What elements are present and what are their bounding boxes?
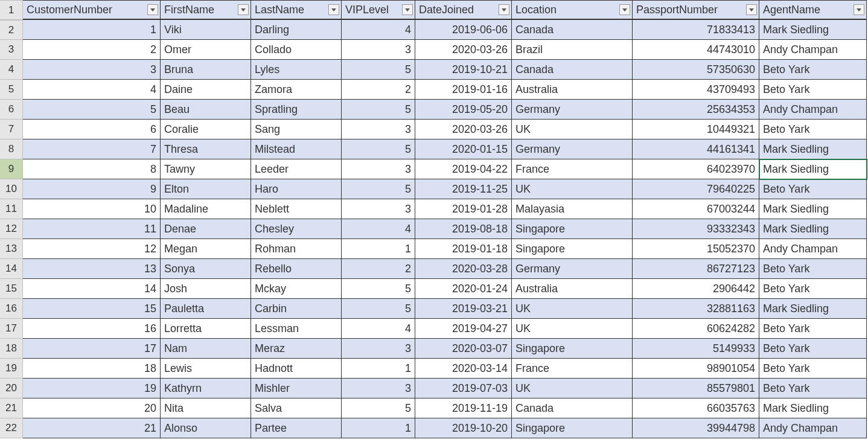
cell-agent-name[interactable]: Mark Siedling — [759, 20, 867, 40]
cell-agent-name[interactable]: Mark Siedling — [759, 398, 867, 418]
row-number[interactable]: 18 — [0, 339, 23, 359]
cell-passport-number[interactable]: 44743010 — [633, 40, 759, 60]
row-number[interactable]: 11 — [0, 199, 23, 219]
row-number[interactable]: 12 — [0, 219, 23, 239]
row-number[interactable]: 19 — [0, 359, 23, 379]
cell-customer-number[interactable]: 5 — [23, 100, 161, 120]
cell-first-name[interactable]: Beau — [161, 100, 251, 120]
filter-dropdown-icon[interactable] — [854, 4, 864, 15]
cell-passport-number[interactable]: 39944798 — [633, 418, 759, 438]
cell-vip-level[interactable]: 1 — [342, 359, 415, 379]
cell-last-name[interactable]: Lessman — [251, 319, 342, 339]
cell-first-name[interactable]: Elton — [161, 179, 251, 199]
cell-location[interactable]: France — [512, 359, 633, 379]
filter-dropdown-icon[interactable] — [238, 4, 249, 15]
cell-first-name[interactable]: Lewis — [161, 359, 251, 379]
row-number[interactable]: 2 — [0, 20, 23, 40]
cell-last-name[interactable]: Mckay — [251, 279, 342, 299]
cell-agent-name[interactable]: Mark Siedling — [759, 199, 867, 219]
cell-date-joined[interactable]: 2020-03-26 — [415, 40, 512, 60]
row-number[interactable]: 21 — [0, 398, 23, 418]
cell-vip-level[interactable]: 3 — [342, 199, 415, 219]
cell-agent-name[interactable]: Beto Yark — [759, 80, 867, 100]
cell-customer-number[interactable]: 6 — [23, 120, 161, 139]
header-date-joined[interactable]: DateJoined — [415, 0, 512, 20]
cell-date-joined[interactable]: 2020-03-26 — [415, 120, 512, 139]
row-number[interactable]: 17 — [0, 319, 23, 339]
cell-agent-name[interactable]: Beto Yark — [759, 179, 867, 199]
cell-vip-level[interactable]: 5 — [342, 179, 415, 199]
cell-location[interactable]: UK — [512, 299, 633, 319]
cell-location[interactable]: Australia — [512, 279, 633, 299]
cell-last-name[interactable]: Meraz — [251, 339, 342, 359]
cell-customer-number[interactable]: 20 — [23, 398, 161, 418]
cell-date-joined[interactable]: 2019-04-22 — [415, 159, 512, 179]
cell-date-joined[interactable]: 2020-01-24 — [415, 279, 512, 299]
cell-agent-name[interactable]: Beto Yark — [759, 120, 867, 139]
header-first-name[interactable]: FirstName — [161, 0, 251, 20]
cell-location[interactable]: Singapore — [512, 239, 633, 259]
cell-passport-number[interactable]: 86727123 — [633, 259, 759, 279]
cell-customer-number[interactable]: 1 — [23, 20, 161, 40]
filter-dropdown-icon[interactable] — [402, 4, 413, 15]
cell-customer-number[interactable]: 9 — [23, 179, 161, 199]
cell-last-name[interactable]: Chesley — [251, 219, 342, 239]
cell-vip-level[interactable]: 2 — [342, 259, 415, 279]
cell-agent-name[interactable]: Mark Siedling — [759, 139, 867, 159]
row-number[interactable]: 16 — [0, 299, 23, 319]
cell-customer-number[interactable]: 2 — [23, 40, 161, 60]
cell-location[interactable]: Singapore — [512, 418, 633, 438]
cell-last-name[interactable]: Rohman — [251, 239, 342, 259]
cell-agent-name[interactable]: Beto Yark — [759, 379, 867, 398]
row-number[interactable]: 8 — [0, 139, 23, 159]
cell-passport-number[interactable]: 71833413 — [633, 20, 759, 40]
filter-dropdown-icon[interactable] — [147, 4, 158, 15]
row-number[interactable]: 9 — [0, 159, 23, 179]
cell-customer-number[interactable]: 12 — [23, 239, 161, 259]
cell-passport-number[interactable]: 64023970 — [633, 159, 759, 179]
cell-customer-number[interactable]: 18 — [23, 359, 161, 379]
cell-location[interactable]: UK — [512, 120, 633, 139]
cell-last-name[interactable]: Carbin — [251, 299, 342, 319]
cell-vip-level[interactable]: 5 — [342, 299, 415, 319]
cell-location[interactable]: UK — [512, 179, 633, 199]
cell-first-name[interactable]: Pauletta — [161, 299, 251, 319]
cell-customer-number[interactable]: 8 — [23, 159, 161, 179]
cell-customer-number[interactable]: 11 — [23, 219, 161, 239]
cell-agent-name[interactable]: Andy Champan — [759, 40, 867, 60]
cell-vip-level[interactable]: 5 — [342, 398, 415, 418]
cell-first-name[interactable]: Sonya — [161, 259, 251, 279]
cell-date-joined[interactable]: 2020-01-15 — [415, 139, 512, 159]
cell-date-joined[interactable]: 2019-04-27 — [415, 319, 512, 339]
cell-vip-level[interactable]: 1 — [342, 418, 415, 438]
cell-passport-number[interactable]: 2906442 — [633, 279, 759, 299]
cell-location[interactable]: UK — [512, 379, 633, 398]
cell-date-joined[interactable]: 2019-11-25 — [415, 179, 512, 199]
cell-passport-number[interactable]: 66035763 — [633, 398, 759, 418]
cell-first-name[interactable]: Thresa — [161, 139, 251, 159]
cell-agent-name[interactable]: Beto Yark — [759, 60, 867, 80]
cell-date-joined[interactable]: 2019-01-18 — [415, 239, 512, 259]
cell-last-name[interactable]: Spratling — [251, 100, 342, 120]
cell-vip-level[interactable]: 5 — [342, 139, 415, 159]
cell-location[interactable]: Singapore — [512, 219, 633, 239]
cell-date-joined[interactable]: 2020-03-28 — [415, 259, 512, 279]
filter-dropdown-icon[interactable] — [619, 4, 630, 15]
filter-dropdown-icon[interactable] — [746, 4, 757, 15]
cell-last-name[interactable]: Leeder — [251, 159, 342, 179]
cell-vip-level[interactable]: 2 — [342, 80, 415, 100]
row-number[interactable]: 13 — [0, 239, 23, 259]
cell-last-name[interactable]: Collado — [251, 40, 342, 60]
filter-dropdown-icon[interactable] — [328, 4, 339, 15]
cell-date-joined[interactable]: 2019-07-03 — [415, 379, 512, 398]
cell-agent-name[interactable]: Beto Yark — [759, 319, 867, 339]
cell-last-name[interactable]: Neblett — [251, 199, 342, 219]
cell-last-name[interactable]: Zamora — [251, 80, 342, 100]
cell-first-name[interactable]: Nita — [161, 398, 251, 418]
cell-first-name[interactable]: Tawny — [161, 159, 251, 179]
cell-vip-level[interactable]: 4 — [342, 319, 415, 339]
cell-passport-number[interactable]: 79640225 — [633, 179, 759, 199]
cell-passport-number[interactable]: 93332343 — [633, 219, 759, 239]
cell-date-joined[interactable]: 2019-05-20 — [415, 100, 512, 120]
cell-location[interactable]: Australia — [512, 80, 633, 100]
